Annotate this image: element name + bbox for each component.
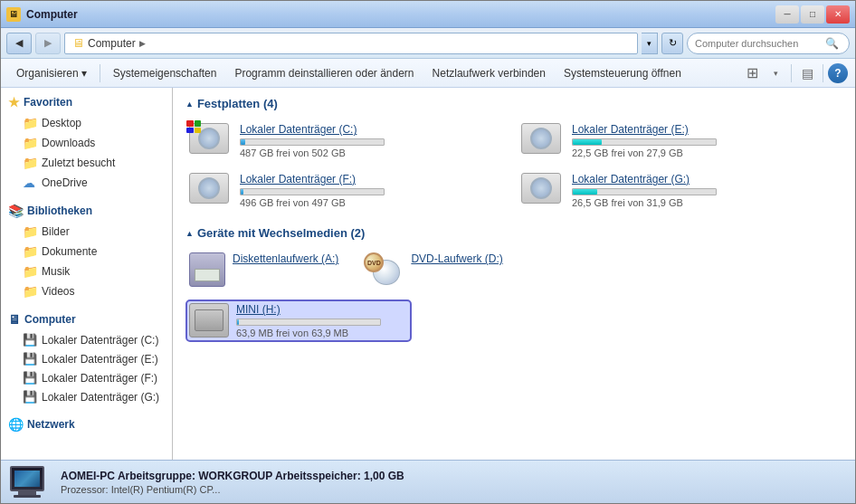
maximize-button[interactable]: □: [801, 5, 824, 24]
close-button[interactable]: ✕: [826, 5, 850, 24]
system-props-button[interactable]: Systemeigenschaften: [105, 62, 225, 84]
drive-f-item[interactable]: Lokaler Datenträger (F:) 496 GB frei von…: [185, 169, 510, 212]
content-area: Festplatten (4): [173, 88, 855, 460]
harddisks-section-title: Festplatten (4): [185, 97, 842, 110]
floppy-drive-item[interactable]: Diskettenlaufwerk (A:): [185, 249, 342, 290]
drive-g-info: Lokaler Datenträger (G:) 26,5 GB frei vo…: [572, 173, 839, 208]
floppy-icon: [189, 252, 225, 287]
mini-bar-fill: [237, 319, 239, 325]
statusbar-computer-icon: [10, 466, 44, 491]
main-layout: ★ Favoriten 📁 Desktop 📁 Downloads 📁 Zule…: [1, 88, 855, 460]
drive-e-item[interactable]: Lokaler Datenträger (E:) 22,5 GB frei vo…: [518, 119, 842, 162]
window-icon: 🖥: [6, 7, 21, 22]
sidebar: ★ Favoriten 📁 Desktop 📁 Downloads 📁 Zule…: [1, 88, 173, 460]
map-drive-button[interactable]: Netzlaufwerk verbinden: [424, 62, 554, 84]
statusbar-computer-name: AOMEI-PC Arbeitsgruppe: WORKGROUP Arbeit…: [61, 470, 404, 482]
devices-row: Diskettenlaufwerk (A:) DVD DVD-Laufwerk …: [185, 249, 842, 290]
folder-icon: 🖥: [72, 36, 84, 50]
titlebar: 🖥 Computer ─ □ ✕: [1, 1, 855, 28]
sidebar-item-drive-f[interactable]: 💾 Lokaler Datenträger (F:): [1, 368, 172, 387]
search-input[interactable]: [695, 38, 822, 49]
folder-icon: 📁: [23, 136, 37, 150]
open-control-button[interactable]: Systemsteuerung öffnen: [556, 62, 690, 84]
drive-e-bar-fill: [573, 139, 602, 145]
toolbar: Organisieren ▾ Systemeigenschaften Progr…: [1, 59, 855, 88]
mini-drive-item[interactable]: MINI (H:) 63,9 MB frei von 63,9 MB: [185, 300, 412, 342]
folder-icon: 📁: [23, 284, 37, 299]
sidebar-divider-1: [1, 193, 172, 200]
dvd-name[interactable]: DVD-Laufwerk (D:): [411, 252, 502, 265]
mini-drive-info: MINI (H:) 63,9 MB frei von 63,9 MB: [236, 303, 408, 338]
cloud-icon: ☁: [23, 176, 37, 190]
drive-c-bar-bg: [240, 138, 385, 146]
mini-drive-size: 63,9 MB frei von 63,9 MB: [236, 328, 408, 338]
statusbar-processor: Prozessor: Intel(R) Pentium(R) CP...: [61, 484, 404, 495]
drive-e-name[interactable]: Lokaler Datenträger (E:): [572, 123, 839, 136]
drive-c-bar-fill: [241, 139, 245, 145]
folder-icon: 📁: [23, 224, 37, 239]
sidebar-item-dokumente[interactable]: 📁 Dokumente: [1, 242, 172, 262]
sidebar-item-musik[interactable]: 📁 Musik: [1, 262, 172, 281]
folder-icon: 📁: [23, 156, 37, 170]
forward-button[interactable]: ▶: [35, 33, 61, 54]
drive-g-name[interactable]: Lokaler Datenträger (G:): [572, 173, 839, 185]
back-button[interactable]: ◀: [6, 33, 32, 54]
sidebar-item-videos[interactable]: 📁 Videos: [1, 281, 172, 301]
refresh-button[interactable]: ↻: [661, 33, 683, 54]
sidebar-item-downloads[interactable]: 📁 Downloads: [1, 133, 172, 153]
drive-e-info: Lokaler Datenträger (E:) 22,5 GB frei vo…: [572, 123, 839, 158]
sidebar-item-desktop[interactable]: 📁 Desktop: [1, 113, 172, 133]
minimize-button[interactable]: ─: [775, 5, 799, 24]
drive-g-item[interactable]: Lokaler Datenträger (G:) 26,5 GB frei vo…: [518, 169, 842, 212]
sidebar-network-header[interactable]: 🌐 Netzwerk: [1, 414, 172, 435]
drive-g-icon: [521, 173, 565, 207]
sidebar-item-bilder[interactable]: 📁 Bilder: [1, 222, 172, 242]
sidebar-item-drive-c[interactable]: 💾 Lokaler Datenträger (C:): [1, 330, 172, 349]
dvd-icon: DVD: [364, 252, 404, 287]
sidebar-divider-2: [1, 301, 172, 309]
sidebar-item-drive-e[interactable]: 💾 Lokaler Datenträger (E:): [1, 349, 172, 368]
address-dropdown[interactable]: ▾: [642, 33, 658, 54]
toolbar-separator-3: [823, 64, 823, 82]
view-button[interactable]: ⊞: [741, 62, 763, 84]
hdd-icon: 💾: [23, 371, 37, 385]
help-button[interactable]: ?: [828, 63, 848, 83]
floppy-name[interactable]: Diskettenlaufwerk (A:): [233, 252, 338, 265]
drive-e-icon: [521, 123, 565, 157]
drive-f-icon: [189, 173, 233, 207]
organize-button[interactable]: Organisieren ▾: [8, 62, 95, 84]
drive-f-size: 496 GB frei von 497 GB: [240, 197, 507, 208]
sidebar-item-drive-g[interactable]: 💾 Lokaler Datenträger (G:): [1, 387, 172, 406]
addressbar: ◀ ▶ 🖥 Computer ▶ ▾ ↻ 🔍: [1, 28, 855, 59]
sidebar-item-recent[interactable]: 📁 Zuletzt besucht: [1, 153, 172, 173]
search-field[interactable]: 🔍: [687, 33, 850, 54]
drive-f-info: Lokaler Datenträger (F:) 496 GB frei von…: [240, 173, 507, 208]
sidebar-libraries-header[interactable]: 📚 Bibliotheken: [1, 200, 172, 222]
sidebar-item-onedrive[interactable]: ☁ OneDrive: [1, 173, 172, 193]
address-field[interactable]: 🖥 Computer ▶: [64, 33, 638, 54]
sidebar-divider-3: [1, 406, 172, 414]
drive-c-name[interactable]: Lokaler Datenträger (C:): [240, 123, 507, 136]
drive-c-item[interactable]: Lokaler Datenträger (C:) 487 GB frei von…: [185, 119, 510, 162]
sidebar-computer-header[interactable]: 🖥 Computer: [1, 309, 172, 330]
drive-f-name[interactable]: Lokaler Datenträger (F:): [240, 173, 507, 185]
usb-drive-icon: [189, 303, 229, 338]
hdd-icon: 💾: [23, 352, 37, 366]
titlebar-controls: ─ □ ✕: [775, 5, 850, 24]
computer-base: [14, 495, 41, 498]
toolbar-separator-2: [791, 64, 792, 82]
organize-dropdown-icon: ▾: [81, 67, 87, 80]
dvd-drive-item[interactable]: DVD DVD-Laufwerk (D:): [360, 249, 506, 290]
removable-section-title: Geräte mit Wechselmedien (2): [185, 226, 842, 240]
mini-drive-name[interactable]: MINI (H:): [236, 303, 408, 316]
uninstall-button[interactable]: Programm deinstallieren oder ändern: [226, 62, 422, 84]
drive-c-size: 487 GB frei von 502 GB: [240, 147, 507, 158]
hdd-icon: 💾: [23, 390, 37, 404]
mini-bar-bg: [236, 319, 381, 326]
view-dropdown-button[interactable]: ▾: [765, 62, 786, 84]
main-window: 🖥 Computer ─ □ ✕ ◀ ▶ 🖥 Computer ▶ ▾ ↻ 🔍 …: [0, 0, 856, 504]
sidebar-favorites-header[interactable]: ★ Favoriten: [1, 91, 172, 113]
search-icon: 🔍: [825, 37, 839, 50]
star-icon: ★: [8, 95, 20, 109]
pane-button[interactable]: ▤: [796, 62, 818, 84]
